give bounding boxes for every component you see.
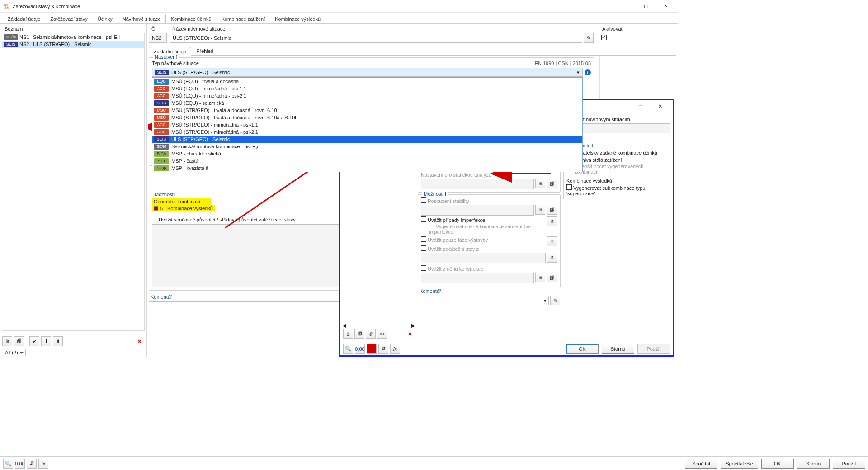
- reduce-label: Zmenšit počet vygenerovaných kombinací: [575, 164, 643, 174]
- generator-color-swatch: [154, 206, 158, 211]
- activate-header: Aktivovat: [599, 25, 676, 33]
- structchange-btn2[interactable]: 🗐: [547, 273, 557, 282]
- phases-btn[interactable]: 🗎: [547, 236, 557, 246]
- num-input[interactable]: NS2: [149, 33, 167, 43]
- dlg-comment-title: Komentář: [418, 287, 561, 296]
- cb-imperfection[interactable]: [421, 216, 426, 222]
- type-option-6[interactable]: ACCMSÚ (STR/GEO) - mimořádná - psi-1,1: [152, 121, 582, 128]
- dlg-maximize-button[interactable]: ◻: [630, 100, 650, 113]
- cb-imperfection-label: Uvážit případy imperfekce: [428, 217, 485, 223]
- left-toolbar: 🗎 🗐 ✔ ⬇ ⬆: [2, 336, 64, 346]
- stab-btn1[interactable]: 🗎: [535, 205, 545, 215]
- main-tab-3[interactable]: Návrhové situace: [118, 14, 166, 23]
- copy-item-button[interactable]: 🗐: [14, 336, 24, 346]
- dlg-footer-tree[interactable]: ⇵: [378, 344, 388, 354]
- type-option-9[interactable]: SE/MSeizmická/hmotová kombinace - psi-E,…: [152, 143, 582, 150]
- dlg-options1-title: Možnosti I: [422, 191, 448, 197]
- stab-btn2[interactable]: 🗐: [547, 205, 557, 215]
- mid-subtab-1[interactable]: Přehled: [191, 47, 218, 55]
- delete-button[interactable]: ✕: [134, 336, 144, 346]
- dlg-footer-fx[interactable]: fx: [390, 344, 400, 354]
- type-option-8[interactable]: SEISULS (STR/GEO) - Seismic: [152, 136, 582, 143]
- dlg-close-button[interactable]: ✕: [650, 100, 670, 113]
- dlg-new-button[interactable]: 🗎: [343, 329, 353, 339]
- main-tab-0[interactable]: Základní údaje: [3, 14, 45, 23]
- generator-entry-text: 5 - Kombinace výsledků: [160, 206, 213, 211]
- filter-label: All (2): [5, 350, 18, 355]
- settings-title: Nastavení: [153, 54, 179, 60]
- dlg-btn-storno[interactable]: Storno: [602, 344, 634, 354]
- dlg-comment-input[interactable]: ▾: [418, 296, 549, 306]
- action-2-button[interactable]: ⬇: [41, 336, 51, 346]
- left-seznam-header: Seznam: [2, 25, 145, 33]
- window-maximize-button[interactable]: ◻: [636, 0, 656, 13]
- window-close-button[interactable]: ✕: [656, 0, 675, 13]
- dlg-static-field: [421, 179, 534, 189]
- type-selected-text: ULS (STR/GEO) - Seismic: [171, 70, 230, 75]
- structchange-btn1[interactable]: 🗎: [535, 273, 545, 282]
- main-tab-6[interactable]: Kombinace výsledků: [270, 14, 326, 23]
- type-option-12[interactable]: S QpMSP - kvazistálá: [152, 164, 582, 172]
- type-option-7[interactable]: ACCMSÚ (STR/GEO) - mimořádná - psi-2,1: [152, 128, 582, 136]
- window-minimize-button[interactable]: —: [616, 0, 636, 13]
- main-tab-5[interactable]: Kombinace zatížení: [217, 14, 270, 23]
- cb-stability: [421, 197, 426, 203]
- new-item-button[interactable]: 🗎: [2, 336, 12, 346]
- cb-superpos-label: Vygenerovat subkombinace typu 'superpozi…: [566, 185, 645, 196]
- type-selected-tag: SEIS: [155, 70, 169, 75]
- type-option-0[interactable]: EQUMSÚ (EQU) - trvalá a dočasná: [152, 78, 582, 85]
- cb-user-ac-label: Uživatelsky zadané kombinace účinků: [573, 150, 657, 155]
- stab-field: [421, 205, 534, 216]
- main-tab-1[interactable]: Zatěžovací stavy: [45, 14, 93, 23]
- cb-superpos[interactable]: [566, 184, 572, 190]
- concurrent-checkbox[interactable]: [152, 216, 157, 221]
- col-name-header: Název návrhové situace: [170, 25, 594, 33]
- dlg-delete-button[interactable]: ✕: [405, 329, 415, 339]
- type-dropdown[interactable]: SEIS ULS (STR/GEO) - Seismic ▾ EQUMSÚ (E…: [152, 68, 583, 77]
- dlg-footer-units[interactable]: 0,00: [355, 344, 365, 354]
- cb-stability-label: Posouzení stability: [428, 198, 469, 204]
- dlg-footer-color[interactable]: [367, 344, 377, 354]
- type-option-1[interactable]: ACCMSÚ (EQU) - mimořádná - psi-1,1: [152, 85, 582, 92]
- left-row-1[interactable]: SEISNS2ULS (STR/GEO) - Seismic: [2, 41, 144, 48]
- dlg-action2-button[interactable]: ✂: [377, 329, 387, 339]
- type-option-11[interactable]: S FrMSP - častá: [152, 157, 582, 164]
- dlg-comment-edit-button[interactable]: ✎: [550, 296, 560, 306]
- type-option-2[interactable]: ACCMSÚ (EQU) - mimořádná - psi-2,1: [152, 92, 582, 99]
- name-input[interactable]: ULS (STR/GEO) - Seismic: [170, 33, 582, 43]
- cb-phases: [421, 236, 426, 242]
- main-titlebar: 🏗️ Zatěžovací stavy & kombinace — ◻ ✕: [0, 0, 678, 13]
- type-option-4[interactable]: MSÚMSÚ (STR/GEO) - trvalá a dočasná - ro…: [152, 107, 582, 114]
- imperf-btn[interactable]: 🗎: [547, 216, 557, 226]
- dlg-static-btn2[interactable]: 🗐: [547, 179, 557, 188]
- dlg-static-btn1[interactable]: 🗎: [535, 179, 545, 188]
- generator-entry[interactable]: 5 - Kombinace výsledků: [152, 205, 215, 212]
- initstate-btn[interactable]: 🗎: [547, 253, 557, 263]
- info-icon[interactable]: i: [585, 69, 591, 75]
- mid-subtabs: Základní údajePřehled: [149, 47, 676, 56]
- dlg-static-label: Nastavení pro statickou analýzu: [421, 172, 557, 178]
- chevron-down-icon: ▾: [577, 70, 580, 75]
- action-3-button[interactable]: ⬆: [53, 336, 63, 346]
- edit-name-button[interactable]: ✎: [584, 33, 594, 43]
- type-option-10[interactable]: S ChMSP - charakteristická: [152, 150, 582, 157]
- dlg-action1-button[interactable]: ⇵: [366, 329, 376, 339]
- dlg-btn-ok[interactable]: OK: [566, 344, 599, 354]
- dlg-btn-pouzit[interactable]: Použít: [637, 344, 670, 354]
- main-tab-2[interactable]: Účinky: [93, 14, 118, 23]
- generator-label: Generátor kombinací: [152, 198, 211, 205]
- type-dropdown-list[interactable]: EQUMSÚ (EQU) - trvalá a dočasnáACCMSÚ (E…: [152, 77, 583, 172]
- type-option-5[interactable]: MSÚMSÚ (STR/GEO) - trvalá a dočasná - ro…: [152, 114, 582, 121]
- type-option-3[interactable]: SEISMSÚ (EQU) - seizmická: [152, 99, 582, 107]
- main-tab-4[interactable]: Kombinace účinků: [166, 14, 217, 23]
- cb-phases-label: Uvážit pouze fáze výstavby: [428, 237, 488, 243]
- activate-checkbox[interactable]: [601, 35, 607, 40]
- main-tabs: Základní údajeZatěžovací stavyÚčinkyNávr…: [0, 13, 678, 24]
- action-1-button[interactable]: ✔: [29, 336, 39, 346]
- filter-dropdown[interactable]: All (2): [2, 349, 26, 356]
- concurrent-label: Uvážit současně působící / střídavě půso…: [159, 217, 296, 222]
- dlg-footer-search[interactable]: 🔍: [343, 344, 353, 354]
- dlg-copy-button[interactable]: 🗐: [354, 329, 364, 339]
- left-situations-list[interactable]: SE/MNS1Seizmická/hmotová kombinace - psi…: [2, 33, 145, 331]
- left-row-0[interactable]: SE/MNS1Seizmická/hmotová kombinace - psi…: [2, 33, 144, 41]
